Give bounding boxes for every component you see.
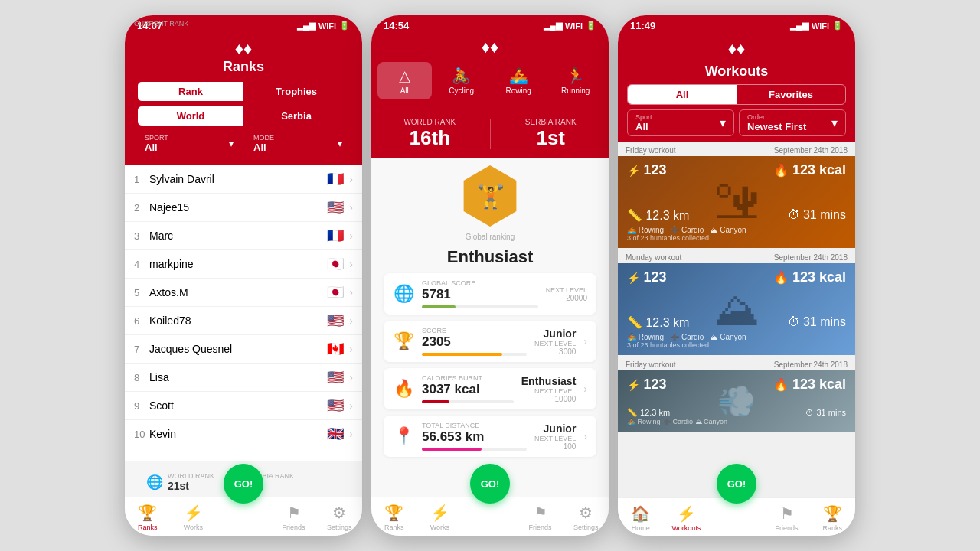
nav-settings-2[interactable]: ⚙ Settings bbox=[563, 497, 609, 536]
sport-label-1: SPORT bbox=[145, 134, 168, 142]
workout-tags-2: 🚣 Rowing ➕ Cardio ⛰ Canyon bbox=[627, 333, 846, 341]
ranks-icon-3: 🏆 bbox=[823, 504, 842, 523]
nav-friends-label-1: Friends bbox=[283, 523, 305, 531]
flame-icon-2: 🔥 bbox=[773, 271, 789, 284]
phone-ranks: 14:07 ▂▄▆ WiFi 🔋 ♦♦ Ranks Rank Trophies … bbox=[125, 15, 362, 536]
profile-logo: ♦♦ bbox=[371, 34, 609, 62]
stat-calories[interactable]: 🔥 CALORIES BURNT 3037 kcal Enthusiast NE… bbox=[384, 368, 596, 409]
workouts-icon-3: ⚡ bbox=[677, 504, 696, 523]
sport-tab-rowing-label: Rowing bbox=[506, 86, 531, 95]
sport-dropdown-1[interactable]: SPORT All ▾ bbox=[137, 130, 241, 157]
workout-card-1[interactable]: 🏜 ⚡ 123 🔥 123 kcal 📏 bbox=[618, 156, 855, 248]
nav-friends-2[interactable]: ⚑ Friends bbox=[518, 497, 564, 536]
dist-icon-3: 📏 bbox=[627, 408, 638, 417]
status-bar-2: 14:54 ▂▄▆ WiFi 🔋 bbox=[371, 15, 609, 34]
status-bar-3: 11:49 ▂▄▆ WiFi 🔋 bbox=[618, 15, 855, 34]
rank-item-6[interactable]: 6 Koiled78 🇺🇸 › bbox=[125, 307, 362, 335]
mode-dropdown-1[interactable]: MODE All ▾ bbox=[246, 130, 350, 157]
power-val-2: 123 bbox=[643, 269, 666, 285]
tab-all-workouts[interactable]: All bbox=[628, 85, 737, 104]
flame-icon-3: 🔥 bbox=[773, 378, 789, 391]
stat-distance[interactable]: 📍 TOTAL DISTANCE 56.653 km Junior NEXT L… bbox=[384, 416, 596, 457]
rank-item-5[interactable]: 5 Axtos.M 🇯🇵 › bbox=[125, 279, 362, 307]
go-button-1[interactable]: GO! bbox=[224, 464, 263, 504]
nav-workouts-3[interactable]: ⚡ Workouts bbox=[664, 498, 710, 536]
nav-center-3: GO bbox=[709, 498, 764, 536]
workout-date-right-1: September 24th 2018 bbox=[774, 146, 848, 155]
mode-value-1: All bbox=[253, 142, 266, 153]
score-icon: 🏆 bbox=[393, 331, 414, 351]
running-icon: 🏃 bbox=[566, 67, 585, 85]
world-serbia-seg: World Serbia bbox=[137, 106, 350, 126]
nav-ranks-3[interactable]: 🏆 Ranks bbox=[809, 498, 855, 536]
workout-stats-3: ⚡ 123 🔥 123 kcal 📏 12.3 km ⏱ 31 mins 🚣 R… bbox=[618, 370, 855, 432]
phone-profile: 14:54 ▂▄▆ WiFi 🔋 ♦♦ △ All 🚴 Cycling 🚣 Ro… bbox=[371, 15, 609, 536]
nav-friends-1[interactable]: ⚑ Friends bbox=[271, 497, 317, 536]
signal-icon-2: ▂▄▆ bbox=[544, 21, 562, 31]
workout-stats-1: ⚡ 123 🔥 123 kcal 📏 12.3 km bbox=[618, 156, 855, 248]
nav-settings-1[interactable]: ⚙ Settings bbox=[316, 497, 362, 536]
tab-world[interactable]: World bbox=[138, 106, 243, 126]
tab-favorites[interactable]: Favorites bbox=[737, 85, 845, 104]
rank-item-1[interactable]: 1 Sylvain Davril 🇫🇷 › bbox=[125, 165, 362, 194]
status-icons-3: ▂▄▆ WiFi 🔋 bbox=[790, 21, 843, 31]
logo-1: ♦♦ bbox=[134, 39, 353, 59]
sport-tab-all[interactable]: △ All bbox=[377, 62, 432, 99]
nav-settings-label-2: Settings bbox=[573, 523, 599, 531]
stat-score[interactable]: 🏆 SCORE 2305 Junior NEXT LEVEL 3000 › bbox=[384, 321, 596, 362]
sport-dropdown-chevron: ▾ bbox=[720, 116, 726, 130]
nav-workouts-1[interactable]: ⚡ Works bbox=[171, 497, 217, 536]
rank-item-7[interactable]: 7 Jacques Quesnel 🇨🇦 › bbox=[125, 335, 362, 364]
nav-ranks-1[interactable]: 🏆 Ranks bbox=[125, 497, 171, 536]
workout-sport-dropdown[interactable]: Sport All ▾ bbox=[627, 109, 734, 136]
rowing-icon: 🚣 bbox=[509, 67, 528, 85]
workout-date-row-3: Friday workout September 24th 2018 bbox=[618, 357, 855, 370]
workout-huntables-1: 3 of 23 huntables collected bbox=[627, 234, 846, 242]
tab-section-1: Rank Trophies World Serbia SPORT All ▾ M… bbox=[125, 81, 362, 165]
sport-tab-running[interactable]: 🏃 Running bbox=[549, 62, 603, 99]
workout-order-dropdown[interactable]: Order Newest First ▾ bbox=[739, 109, 846, 136]
nav-home-3[interactable]: 🏠 Home bbox=[618, 498, 664, 536]
go-button-3[interactable]: GO! bbox=[717, 464, 756, 504]
works-icon-2: ⚡ bbox=[430, 504, 449, 522]
workout-card-2[interactable]: ⛰ ⚡ 123 🔥 123 kcal 📏 bbox=[618, 263, 855, 355]
nav-workouts-2[interactable]: ⚡ Works bbox=[417, 497, 463, 536]
rank-display: WORLD RANK 16th SERBIA RANK 1st bbox=[371, 110, 609, 158]
phone-workouts: 11:49 ▂▄▆ WiFi 🔋 ♦♦ Workouts All Favorit… bbox=[618, 15, 855, 536]
dist-val-1: 12.3 km bbox=[645, 209, 689, 222]
tab-rank[interactable]: Rank bbox=[138, 82, 243, 101]
hexagon-badge: 🏋 bbox=[459, 165, 521, 227]
workout-date-left-2: Monday workout bbox=[626, 253, 681, 262]
workout-tags-1: 🚣 Rowing ➕ Cardio ⛰ Canyon bbox=[627, 226, 846, 234]
distance-icon: 📍 bbox=[393, 426, 414, 446]
nav-ranks-label-3: Ranks bbox=[822, 524, 842, 532]
sport-tab-cycling[interactable]: 🚴 Cycling bbox=[435, 62, 489, 99]
filter-dropdowns: SPORT All ▾ MODE All ▾ bbox=[137, 130, 350, 157]
world-rank-badge: 🌐 WORLD RANK 21st bbox=[146, 472, 214, 492]
status-icons-2: ▂▄▆ WiFi 🔋 bbox=[544, 21, 596, 31]
time-icon-2: ⏱ bbox=[788, 315, 800, 328]
rank-item-2[interactable]: 2 Najee15 🇺🇸 › bbox=[125, 194, 362, 222]
rank-item-10[interactable]: 10 Kevin 🇬🇧 › bbox=[125, 420, 362, 448]
nav-settings-label-1: Settings bbox=[327, 523, 352, 531]
workouts-title: Workouts bbox=[627, 64, 846, 80]
workout-date-right-3: September 24th 2018 bbox=[774, 360, 848, 369]
settings-icon-2: ⚙ bbox=[579, 504, 593, 522]
go-button-2[interactable]: GO! bbox=[470, 464, 510, 504]
nav-friends-3[interactable]: ⚑ Friends bbox=[764, 498, 810, 536]
score-chevron: › bbox=[583, 335, 587, 347]
power-icon-1: ⚡ bbox=[627, 165, 640, 177]
bottom-nav-1: 🏆 Ranks ⚡ Works GO! ⚑ Friends ⚙ Settings… bbox=[125, 497, 362, 536]
rank-item-9[interactable]: 9 Scott 🇺🇸 › bbox=[125, 392, 362, 420]
nav-ranks-2[interactable]: 🏆 Ranks bbox=[371, 497, 417, 536]
nav-home-label-3: Home bbox=[632, 524, 650, 532]
tab-trophies[interactable]: Trophies bbox=[243, 82, 349, 101]
tab-serbia[interactable]: Serbia bbox=[243, 106, 349, 126]
workouts-header: ♦♦ Workouts All Favorites Sport All ▾ Or… bbox=[618, 34, 855, 142]
rank-item-4[interactable]: 4 markpine 🇯🇵 › bbox=[125, 250, 362, 279]
sport-tab-rowing[interactable]: 🚣 Rowing bbox=[492, 62, 546, 99]
rank-item-8[interactable]: 8 Lisa 🇺🇸 › bbox=[125, 364, 362, 392]
rank-item-3[interactable]: 3 Marc 🇫🇷 › bbox=[125, 222, 362, 250]
power-icon-3: ⚡ bbox=[627, 379, 640, 391]
workout-card-3[interactable]: 💨 ⚡ 123 🔥 123 kcal 📏 12.3 km ⏱ 31 mi bbox=[618, 370, 855, 432]
